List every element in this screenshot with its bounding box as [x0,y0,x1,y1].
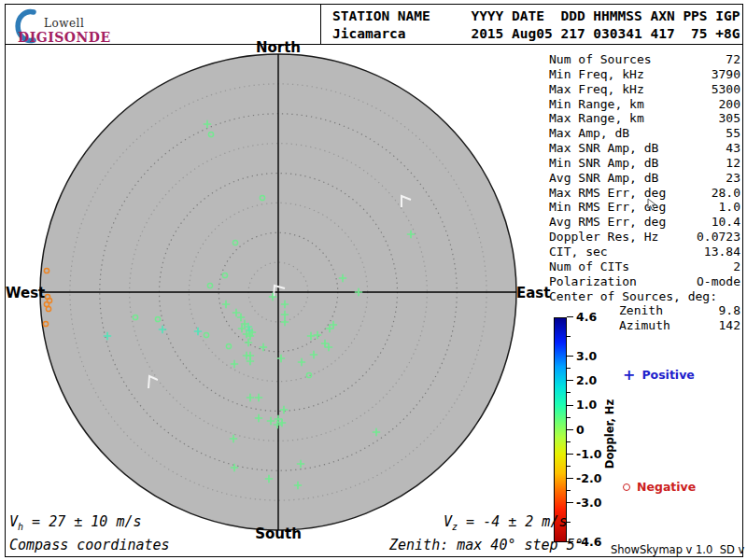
stats-value: 305 [719,111,740,126]
stats-row: Max Range, km305 [549,111,740,126]
doppler-axis-label: Doppler, Hz [603,399,616,469]
stats-value: 3790 [712,67,740,82]
stats-row: Max SNR Amp, dB43 [549,141,740,156]
stats-value: 43 [726,141,740,156]
compass-label-east: East [516,285,550,301]
compass-label-south: South [255,525,302,542]
colorbar-tick [567,380,573,381]
stats-label: Min Range, km [549,97,644,112]
stats-label: Avg SNR Amp, dB [549,171,658,186]
stats-label: Polarization [549,274,637,289]
stats-row: Max Amp, dB55 [549,126,740,141]
colorbar-tick-label: 2.0 [576,373,597,387]
colorbar-minor-tick [567,336,571,337]
station-header-columns: STATION NAME YYYY DATE DDD HHMMSS AXN PP… [332,8,740,23]
colorbar-minor-tick [567,392,571,393]
stats-row: Min Freq, kHz3790 [549,67,740,82]
colorbar-tick [567,502,573,503]
stats-row: Min SNR Amp, dB12 [549,156,740,171]
stats-label: Num of Sources [549,52,652,67]
header-separator-line [5,44,743,45]
colorbar-tick [567,405,573,406]
stats-label: Max Amp, dB [549,126,629,141]
stats-row: Max RMS Err, deg28.0 [549,186,740,201]
colorbar-tick [567,429,573,430]
stats-value: 10.4 [712,215,740,230]
legend-positive-label: Positive [641,368,694,382]
colorbar-tick-label: -1.0 [576,447,601,461]
colorbar-minor-tick [567,368,571,369]
legend-positive: + Positive [623,368,695,382]
stats-row: Doppler Res, Hz0.0723 [549,230,740,245]
stats-value: 28.0 [712,186,740,201]
colorbar-tick [567,454,573,455]
station-header-values: Jicamarca 2015 Aug05 217 030341 417 75 +… [332,26,740,41]
version-label: ShowSkymap v 1.0 SD v 4.2 [611,543,747,556]
stats-row: Min RMS Err, deg1.0 [549,200,740,215]
stats-label: CIT, sec [549,245,608,259]
stats-label: Max Range, km [549,111,644,126]
stats-row: Num of CITs2 [549,259,740,274]
stats-value: 142 [719,318,740,333]
stats-label: Num of CITs [549,259,629,274]
showskymap-window: { "logo": { "line1": "Lowell", "line2": … [0,0,747,560]
stats-row: Avg RMS Err, deg10.4 [549,215,740,230]
stats-value: 1.0 [719,200,740,215]
colorbar-tick-label: -2.0 [576,471,601,485]
stats-value: 55 [726,126,740,141]
coordinates-mode-label: Compass coordinates [9,537,170,553]
stats-label: Doppler Res, Hz [549,230,658,245]
colorbar-minor-tick [567,522,571,523]
stats-label: Avg RMS Err, deg [549,215,666,230]
colorbar-minor-tick [567,466,571,467]
mouse-cursor [647,198,658,211]
statistics-panel: Num of Sources72Min Freq, kHz3790Max Fre… [549,52,740,333]
stats-value: 2 [733,259,740,274]
stats-row: Max Freq, kHz5300 [549,82,740,97]
colorbar-tick [567,356,573,357]
stats-label: Center of Sources, deg: [549,289,717,304]
doppler-colorbar-gradient [554,317,567,542]
colorbar-tick-label: 1.0 [576,398,597,412]
stats-row: CIT, sec13.84 [549,245,740,259]
stats-label: Max Freq, kHz [549,82,644,97]
header-divider-line [320,4,321,45]
stats-row: Avg SNR Amp, dB23 [549,171,740,186]
colorbar-tick [567,478,573,479]
logo-digisonde-text: DIGISONDE [18,30,111,45]
colorbar-minor-tick [567,417,571,418]
vertical-velocity-readout: Vz = -4 ± 2 m/s [444,513,567,532]
zenith-scale-note: Zenith: max 40° step 5° [389,537,584,553]
positive-marker-icon: + [623,370,635,381]
colorbar-tick-label: 0 [576,423,585,437]
stats-row: Min Range, km200 [549,97,740,112]
logo-lowell-text: Lowell [44,17,84,30]
colorbar-tick-label: 4.6 [576,310,597,324]
compass-label-north: North [256,39,301,56]
stats-value: 0.0723 [697,230,740,245]
stats-value: 72 [726,52,740,67]
stats-row: Center of Sources, deg: [549,289,740,304]
stats-value: 5300 [712,82,740,97]
colorbar-minor-tick [567,490,571,491]
colorbar-tick [567,316,573,317]
stats-value: 200 [719,97,740,112]
doppler-colorbar: 4.63.02.01.00-1.0-2.0-3.0-4.6 [554,317,567,542]
stats-label: Min SNR Amp, dB [549,156,658,171]
horizontal-velocity-readout: Vh = 27 ± 10 m/s [9,513,142,532]
stats-row: Num of Sources72 [549,52,740,67]
stats-value: 9.8 [719,303,740,318]
legend-negative-label: Negative [637,480,696,494]
stats-label: Azimuth [549,318,670,333]
station-header: STATION NAME YYYY DATE DDD HHMMSS AXN PP… [332,7,740,43]
legend-negative: Negative [623,480,696,494]
stats-value: O-mode [697,274,740,289]
colorbar-tick-label: 3.0 [576,349,597,363]
lowell-digisonde-logo: Lowell DIGISONDE [9,7,121,44]
colorbar-tick-label: -3.0 [576,496,601,510]
stats-label: Min Freq, kHz [549,67,644,82]
colorbar-minor-tick [567,441,571,442]
stats-value: 13.84 [704,245,740,259]
stats-value: 23 [726,171,740,186]
stats-label: Max SNR Amp, dB [549,141,658,156]
